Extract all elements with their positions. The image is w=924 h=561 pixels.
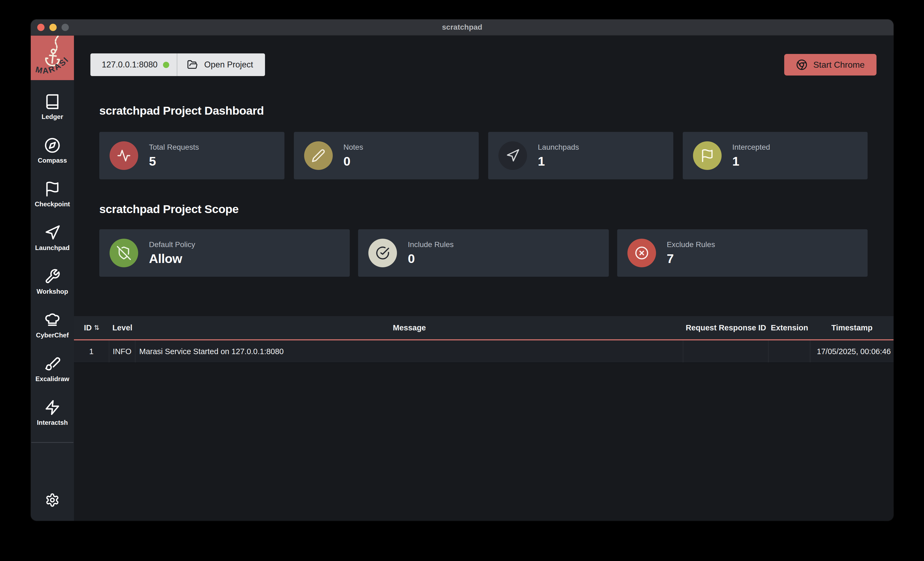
sidebar-item-compass[interactable]: Compass bbox=[38, 137, 67, 164]
stat-card-total-requests: Total Requests 5 bbox=[99, 132, 284, 180]
folder-open-icon bbox=[187, 59, 198, 70]
proxy-control: 127.0.0.1:8080 Open Project bbox=[90, 54, 265, 76]
log-cell-id: 1 bbox=[74, 340, 109, 362]
flag-icon bbox=[700, 149, 714, 163]
lightning-icon bbox=[44, 399, 60, 416]
stat-label: Notes bbox=[344, 143, 363, 151]
paintbrush-icon bbox=[44, 356, 60, 372]
open-project-button[interactable]: Open Project bbox=[177, 54, 265, 76]
desktop-background: scratchpad bbox=[0, 0, 924, 561]
gear-icon bbox=[45, 493, 60, 507]
x-circle-icon bbox=[635, 246, 649, 260]
stat-label: Launchpads bbox=[538, 143, 579, 151]
scope-value: Allow bbox=[149, 251, 195, 266]
paper-plane-icon bbox=[506, 149, 520, 163]
sort-icon: ⇅ bbox=[94, 324, 99, 332]
proxy-address-label: 127.0.0.1:8080 bbox=[102, 60, 158, 70]
log-table-row[interactable]: 1 INFO Marasi Service Started on 127.0.0… bbox=[74, 340, 894, 363]
chrome-icon bbox=[796, 59, 807, 70]
close-window-button[interactable] bbox=[37, 24, 45, 31]
minimize-window-button[interactable] bbox=[50, 24, 57, 31]
check-circle-icon bbox=[376, 246, 390, 260]
column-header-level[interactable]: Level bbox=[109, 316, 135, 339]
zoom-window-button[interactable] bbox=[62, 24, 69, 31]
sidebar-item-excalidraw[interactable]: Excalidraw bbox=[35, 356, 69, 383]
column-header-timestamp[interactable]: Timestamp bbox=[810, 316, 894, 339]
scope-value: 7 bbox=[667, 251, 715, 266]
scope-value: 0 bbox=[408, 251, 454, 266]
scope-cards: Default Policy Allow bbox=[99, 229, 868, 277]
sidebar-divider bbox=[31, 442, 74, 443]
stat-value: 0 bbox=[344, 154, 363, 169]
scope-card-default-policy: Default Policy Allow bbox=[99, 229, 350, 277]
window-controls bbox=[37, 19, 69, 35]
log-table: ID⇅ Level Message Request Response ID Ex… bbox=[74, 316, 894, 363]
sidebar-item-cyberchef[interactable]: CyberChef bbox=[36, 312, 69, 339]
stat-label: Intercepted bbox=[732, 143, 770, 151]
toolbar: 127.0.0.1:8080 Open Project bbox=[74, 36, 894, 76]
flag-icon bbox=[44, 181, 60, 197]
marasi-logo: MARASI bbox=[31, 36, 74, 80]
scope-title: scratchpad Project Scope bbox=[99, 203, 868, 216]
log-cell-request-response-id bbox=[683, 340, 768, 362]
activity-icon bbox=[117, 149, 131, 163]
stat-card-intercepted: Intercepted 1 bbox=[683, 132, 868, 180]
stat-value: 1 bbox=[538, 154, 579, 169]
book-icon bbox=[44, 94, 60, 110]
log-cell-extension bbox=[768, 340, 810, 362]
open-project-label: Open Project bbox=[204, 60, 253, 70]
start-chrome-label: Start Chrome bbox=[813, 60, 865, 70]
chef-hat-icon bbox=[44, 312, 60, 328]
start-chrome-button[interactable]: Start Chrome bbox=[784, 54, 876, 76]
proxy-address[interactable]: 127.0.0.1:8080 bbox=[90, 54, 177, 76]
compass-icon bbox=[44, 137, 60, 154]
column-header-message[interactable]: Message bbox=[135, 316, 683, 339]
shield-off-icon bbox=[117, 246, 131, 260]
wrench-icon bbox=[44, 268, 60, 284]
log-cell-message: Marasi Service Started on 127.0.0.1:8080 bbox=[135, 340, 683, 362]
stat-card-notes: Notes 0 bbox=[294, 132, 479, 180]
column-header-request-response-id[interactable]: Request Response ID bbox=[683, 316, 768, 339]
column-header-extension[interactable]: Extension bbox=[768, 316, 810, 339]
scope-label: Default Policy bbox=[149, 240, 195, 249]
log-cell-timestamp: 17/05/2025, 00:06:46 bbox=[810, 340, 894, 362]
sidebar-item-workshop[interactable]: Workshop bbox=[37, 268, 68, 295]
main-panel: 127.0.0.1:8080 Open Project bbox=[74, 36, 894, 521]
chain-icon bbox=[55, 36, 58, 52]
stat-card-launchpads: Launchpads 1 bbox=[488, 132, 673, 180]
app-window: scratchpad bbox=[31, 19, 894, 521]
scope-card-exclude-rules: Exclude Rules 7 bbox=[617, 229, 868, 277]
window-title: scratchpad bbox=[442, 23, 482, 31]
dashboard-stats: Total Requests 5 Notes bbox=[99, 132, 868, 180]
sidebar-item-interactsh[interactable]: Interactsh bbox=[37, 399, 68, 426]
log-table-header: ID⇅ Level Message Request Response ID Ex… bbox=[74, 316, 894, 340]
stat-value: 5 bbox=[149, 154, 199, 169]
sidebar-nav: Ledger Compass Check bbox=[35, 94, 70, 426]
proxy-status-dot bbox=[163, 62, 169, 68]
sidebar-item-checkpoint[interactable]: Checkpoint bbox=[35, 181, 70, 208]
sidebar-item-launchpad[interactable]: Launchpad bbox=[35, 225, 70, 251]
sidebar: MARASI Ledger bbox=[31, 36, 74, 521]
scope-label: Include Rules bbox=[408, 240, 454, 249]
settings-button[interactable] bbox=[45, 493, 60, 509]
stat-value: 1 bbox=[732, 154, 770, 169]
column-header-id[interactable]: ID⇅ bbox=[74, 316, 109, 339]
log-cell-level: INFO bbox=[109, 340, 135, 362]
sidebar-item-ledger[interactable]: Ledger bbox=[42, 94, 63, 121]
dashboard-title: scratchpad Project Dashboard bbox=[99, 104, 868, 117]
pencil-icon bbox=[311, 149, 326, 163]
scope-label: Exclude Rules bbox=[667, 240, 715, 249]
titlebar: scratchpad bbox=[31, 19, 894, 36]
scope-card-include-rules: Include Rules 0 bbox=[358, 229, 609, 277]
paper-plane-icon bbox=[44, 225, 60, 241]
stat-label: Total Requests bbox=[149, 143, 199, 151]
